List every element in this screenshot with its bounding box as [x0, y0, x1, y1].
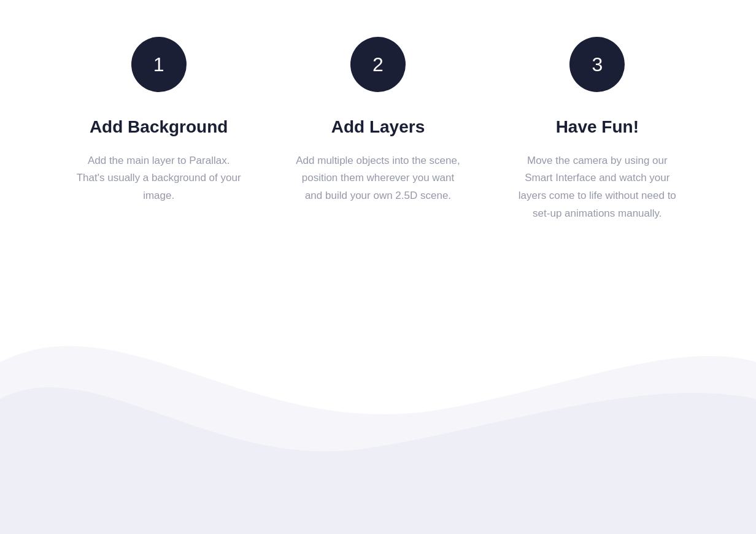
step-1-number: 1 [153, 53, 164, 76]
step-2-description: Add multiple objects into the scene, pos… [293, 152, 463, 206]
step-2: 2 Add Layers Add multiple objects into t… [268, 37, 487, 205]
step-3-title: Have Fun! [556, 117, 639, 137]
step-3-description: Move the camera by using our Smart Inter… [512, 152, 682, 223]
step-2-title: Add Layers [331, 117, 425, 137]
step-1-description: Add the main layer to Parallax. That's u… [74, 152, 244, 206]
step-1-circle: 1 [131, 37, 187, 92]
step-2-circle: 2 [350, 37, 406, 92]
background-wave [0, 239, 756, 534]
steps-section: 1 Add Background Add the main layer to P… [0, 0, 756, 223]
step-1: 1 Add Background Add the main layer to P… [49, 37, 268, 205]
step-3-circle: 3 [569, 37, 625, 92]
step-3-number: 3 [592, 53, 603, 76]
step-1-title: Add Background [90, 117, 228, 137]
step-3: 3 Have Fun! Move the camera by using our… [488, 37, 707, 223]
step-2-number: 2 [372, 53, 384, 76]
